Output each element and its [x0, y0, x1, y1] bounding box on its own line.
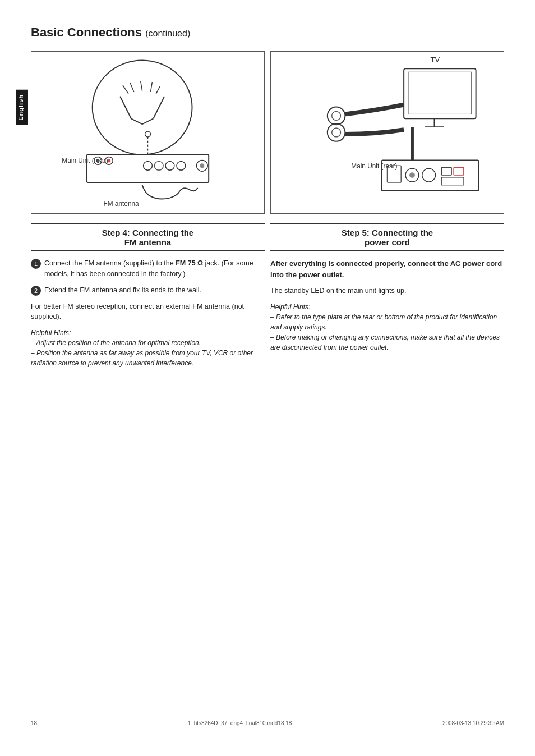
page-border-top	[34, 16, 501, 16]
svg-text:FM antenna: FM antenna	[103, 200, 139, 208]
svg-rect-41	[441, 177, 464, 185]
step5-hints: Helpful Hints: – Refer to the type plate…	[270, 302, 504, 352]
page-border-bottom	[34, 740, 501, 740]
svg-line-4	[153, 97, 164, 119]
footer-info: 18 1_hts3264D_37_eng4_final810.indd18 18…	[31, 720, 504, 726]
step4-header: Step 4: Connecting the FM antenna	[31, 223, 265, 251]
svg-point-32	[328, 123, 345, 141]
step5-bold-text: After everything is connected properly, …	[270, 258, 504, 280]
svg-line-2	[131, 118, 142, 124]
sidebar-language-label: English	[16, 90, 28, 125]
step4-text2: Extend the FM antenna and fix its ends t…	[44, 285, 201, 296]
step4-num2: 2	[31, 286, 41, 296]
footer-date: 2008-03-13 10:29:39 AM	[442, 720, 504, 726]
step5-title: Step 5: Connecting the power cord	[270, 228, 504, 247]
svg-line-8	[150, 82, 152, 92]
svg-rect-28	[408, 72, 472, 114]
svg-text:Main Unit (rear): Main Unit (rear)	[351, 162, 397, 170]
step4-item2: 2 Extend the FM antenna and fix its ends…	[31, 285, 265, 296]
svg-point-21	[200, 163, 204, 168]
diagram-left-box: Main Unit (rear) FM antenna	[31, 51, 265, 214]
svg-text:TV: TV	[431, 56, 440, 64]
svg-point-33	[332, 128, 341, 137]
svg-rect-39	[441, 167, 451, 175]
step4-num1: 1	[31, 259, 41, 269]
step5-header: Step 5: Connecting the power cord	[270, 223, 504, 251]
page-number: 18	[31, 720, 37, 726]
step4-title: Step 4: Connecting the FM antenna	[31, 228, 265, 247]
svg-point-16	[144, 161, 153, 170]
svg-line-5	[123, 85, 128, 94]
svg-point-37	[409, 172, 415, 178]
svg-point-18	[165, 161, 174, 170]
main-content: Basic Connections (continued)	[31, 25, 504, 731]
step5-column: Step 5: Connecting the power cord After …	[270, 223, 504, 368]
step4-hints: Helpful Hints: – Adjust the position of …	[31, 328, 265, 368]
step4-text1: Connect the FM antenna (supplied) to the…	[44, 258, 265, 280]
svg-point-30	[328, 107, 345, 125]
footer-filename: 1_hts3264D_37_eng4_final810.indd18 18	[188, 720, 292, 726]
svg-line-9	[156, 86, 160, 94]
step5-normal-text: The standby LED on the main unit lights …	[270, 286, 504, 296]
svg-point-19	[177, 161, 186, 170]
svg-text:Main Unit (rear): Main Unit (rear)	[62, 157, 108, 164]
step4-extra: For better FM stereo reception, connect …	[31, 301, 265, 323]
steps-area: Step 4: Connecting the FM antenna 1 Conn…	[31, 223, 504, 368]
svg-rect-25	[404, 68, 476, 118]
diagram-right-svg: TV	[271, 52, 504, 213]
page-border-right	[519, 16, 519, 740]
svg-line-3	[142, 118, 154, 124]
svg-line-1	[120, 97, 131, 119]
svg-point-31	[332, 111, 341, 120]
svg-line-6	[130, 83, 134, 92]
svg-point-17	[154, 161, 163, 170]
svg-rect-40	[454, 167, 464, 175]
page-title: Basic Connections (continued)	[31, 25, 504, 43]
diagram-right-box: TV	[270, 51, 504, 214]
svg-line-7	[141, 81, 142, 91]
diagram-area: Main Unit (rear) FM antenna TV	[31, 51, 504, 214]
step4-item1: 1 Connect the FM antenna (supplied) to t…	[31, 258, 265, 280]
diagram-left-svg: Main Unit (rear) FM antenna	[31, 52, 264, 213]
step4-column: Step 4: Connecting the FM antenna 1 Conn…	[31, 223, 265, 368]
svg-point-38	[422, 168, 436, 182]
svg-point-0	[93, 61, 192, 155]
svg-point-10	[145, 131, 151, 137]
